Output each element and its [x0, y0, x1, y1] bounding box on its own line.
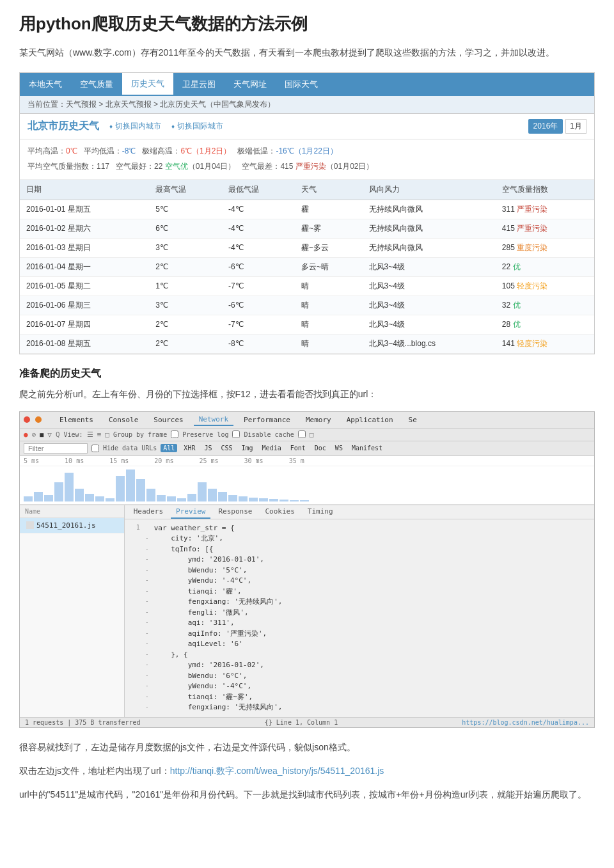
devtools-clear-icon[interactable]: ⊘ [32, 430, 36, 439]
tab-se[interactable]: Se [404, 414, 422, 425]
filter-xhr[interactable]: XHR [181, 444, 198, 452]
devtools-timeline-container: 5 ms 10 ms 15 ms 20 ms 25 ms 30 ms 35 m [20, 456, 594, 505]
nav-item-local[interactable]: 本地天气 [20, 74, 71, 95]
code-line: - ymd: '2016-01-02', [125, 660, 594, 671]
devtools-view-list[interactable]: ☰ [87, 430, 93, 439]
timeline-bar [85, 494, 94, 501]
col-low: 最低气温 [222, 180, 295, 200]
devtools-record-icon[interactable]: ● [24, 430, 28, 439]
timeline-bar [279, 500, 288, 501]
filter-css[interactable]: CSS [218, 444, 235, 452]
filter-font[interactable]: Font [288, 444, 308, 452]
file-item-54511[interactable]: 54511_20161.js [20, 518, 124, 533]
timeline-bar [167, 496, 176, 501]
tab-application[interactable]: Application [342, 414, 398, 425]
filter-input[interactable] [24, 443, 88, 454]
timeline-bar [116, 476, 125, 501]
switch-intl[interactable]: 切换国际城市 [171, 121, 223, 132]
code-line: - }, { [125, 650, 594, 661]
filter-all[interactable]: All [161, 444, 177, 452]
filter-ws[interactable]: WS [333, 444, 345, 452]
tab-sources[interactable]: Sources [148, 414, 188, 425]
stats-line1: 平均高温：0℃ 平均低温：-8℃ 极端高温：6℃（1月2日） 极端低温：-16℃… [28, 145, 586, 159]
footer-text3: url中的"54511"是城市代码，"20161"是年份和月份代码。下一步就是找… [19, 787, 595, 803]
nav-item-air[interactable]: 空气质量 [71, 74, 122, 95]
code-line: - aqiInfo: '严重污染', [125, 629, 594, 640]
devtools-detail-panel: Headers Preview Response Cookies Timing … [125, 505, 594, 717]
timeline-bar [136, 479, 145, 501]
hide-data-urls-checkbox[interactable] [91, 445, 99, 452]
weather-table: 日期 最高气温 最低气温 天气 风向风力 空气质量指数 2016-01-01 星… [20, 180, 594, 354]
detail-tab-preview[interactable]: Preview [171, 505, 210, 519]
tab-performance[interactable]: Performance [239, 414, 295, 425]
status-line: {} Line 1, Column 1 [265, 719, 338, 726]
nav-item-history[interactable]: 历史天气 [122, 73, 173, 96]
page-title: 用python爬取历史天气数据的方法示例 [19, 13, 595, 35]
code-line: - fengxiang: '无持续风向', [125, 597, 594, 608]
tab-memory[interactable]: Memory [301, 414, 336, 425]
filter-manifest[interactable]: Manifest [349, 444, 385, 452]
timeline-bar [239, 496, 248, 501]
disable-cache-checkbox[interactable] [298, 430, 306, 438]
devtools-view-grid[interactable]: ≡ [97, 430, 102, 439]
tab-console[interactable]: Console [104, 414, 143, 425]
nav-item-intl[interactable]: 国际天气 [276, 74, 327, 95]
weather-nav: 本地天气 空气质量 历史天气 卫星云图 天气网址 国际天气 [20, 73, 594, 96]
weather-header-left: 北京市历史天气 切换国内城市 切换国际城市 [28, 120, 223, 133]
nav-item-satellite[interactable]: 卫星云图 [173, 74, 224, 95]
nav-item-sites[interactable]: 天气网址 [224, 74, 276, 95]
detail-tab-response[interactable]: Response [213, 505, 257, 519]
detail-tab-headers[interactable]: Headers [129, 505, 168, 519]
devtools-filter-bar-1: ● ⊘ ■ ▽ Q View: ☰ ≡ □ Group by frame Pre… [20, 429, 594, 441]
devtools-search-icon[interactable]: Q [56, 430, 60, 439]
detail-tab-cookies[interactable]: Cookies [260, 505, 299, 519]
timeline-bar [249, 498, 258, 501]
devtools-code-area: 1var weather_str = {- city: '北京',- tqInf… [125, 519, 594, 717]
timeline-bar [24, 496, 33, 501]
devtools-split-icon[interactable]: □ [105, 430, 109, 439]
detail-tab-timing[interactable]: Timing [303, 505, 338, 519]
table-row: 2016-01-02 星期六6℃-4℃霾~雾无持续风向微风415 严重污染 [20, 219, 594, 238]
devtools-toolbar: Elements Console Sources Network Perform… [20, 412, 594, 429]
title-bold: python [36, 14, 91, 33]
screenshot-icon[interactable]: □ [310, 430, 314, 439]
group-by-frame-checkbox[interactable] [171, 430, 178, 438]
switch-domestic[interactable]: 切换国内城市 [109, 121, 161, 132]
code-line: - tianqi: '霾~雾', [125, 692, 594, 703]
filter-img[interactable]: Img [239, 444, 256, 452]
timeline-bar [269, 499, 278, 501]
tab-elements[interactable]: Elements [54, 414, 98, 425]
status-requests: 1 requests | 375 B transferred [25, 719, 141, 726]
filter-doc[interactable]: Doc [312, 444, 329, 452]
filter-media[interactable]: Media [260, 444, 284, 452]
col-high: 最高气温 [149, 180, 222, 200]
status-url: https://blog.csdn.net/hualimpa... [462, 719, 589, 726]
timeline-bar [146, 489, 155, 501]
devtools-dot-orange [35, 416, 42, 423]
timeline-bar [75, 489, 84, 501]
devtools-filter-icon[interactable]: ▽ [47, 430, 52, 439]
col-wind: 风向风力 [363, 180, 496, 200]
timeline-labels: 5 ms 10 ms 15 ms 20 ms 25 ms 30 ms 35 m [20, 456, 594, 466]
section2-heading: 准备爬的历史天气 [19, 367, 595, 381]
timeline-bar [300, 500, 309, 501]
devtools-detail-tabs: Headers Preview Response Cookies Timing [125, 505, 594, 519]
month-select[interactable]: 1月 [565, 119, 586, 134]
year-select[interactable]: 2016年 [528, 119, 563, 134]
file-icon [26, 521, 34, 529]
tab-network[interactable]: Network [194, 414, 233, 426]
preserve-log-checkbox[interactable] [232, 430, 240, 438]
code-line: - aqiLevel: '6' [125, 639, 594, 650]
code-line: - aqi: '311', [125, 618, 594, 629]
weather-header: 北京市历史天气 切换国内城市 切换国际城市 2016年 1月 [20, 114, 594, 139]
col-name-header: Name [20, 505, 124, 518]
code-line: - bWendu: '6°C', [125, 671, 594, 682]
devtools-stop-icon[interactable]: ■ [40, 431, 43, 438]
weather-breadcrumb: 当前位置：天气预报 > 北京天气预报 > 北京历史天气（中国气象局发布） [20, 96, 594, 114]
table-row: 2016-01-03 星期日3℃-4℃霾~多云无持续风向微风285 重度污染 [20, 238, 594, 257]
code-line: - tianqi: '霾', [125, 587, 594, 597]
timeline-bar [228, 495, 237, 501]
filter-js[interactable]: JS [201, 444, 214, 452]
timeline-bar [54, 482, 63, 501]
col-weather: 天气 [295, 180, 363, 200]
